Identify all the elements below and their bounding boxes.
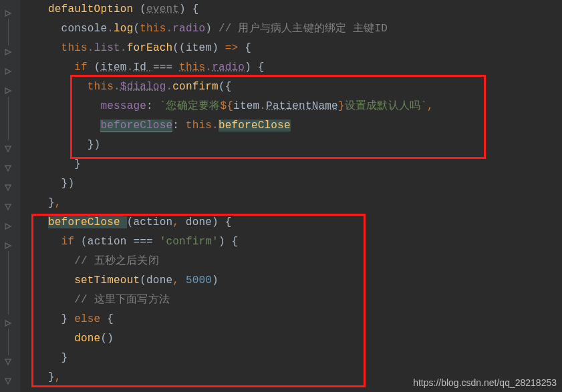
code-line: } else { [20, 310, 562, 329]
code-line: defaultOption (event) { [20, 0, 562, 19]
fold-collapse-icon[interactable] [4, 358, 12, 366]
code-line: done() [20, 329, 562, 349]
code-line: }) [20, 174, 562, 194]
fold-icon[interactable] [4, 67, 12, 75]
fold-collapse-icon[interactable] [4, 377, 12, 385]
fold-icon[interactable] [4, 319, 12, 327]
code-line: }, [20, 194, 562, 213]
code-line: }) [20, 136, 562, 155]
code-line: if (action === 'confirm') { [20, 232, 562, 252]
code-line: console.log(this.radio) // 用户与病人主键的绑定 主键… [20, 19, 562, 39]
code-line: setTimeout(done, 5000) [20, 271, 562, 290]
fold-icon[interactable] [4, 48, 12, 56]
fold-collapse-icon[interactable] [4, 145, 12, 153]
code-line: if (item.Id === this.radio) { [20, 58, 562, 77]
fold-collapse-icon[interactable] [4, 164, 12, 172]
code-editor[interactable]: defaultOption (event) { console.log(this… [20, 0, 562, 392]
code-line: beforeClose (action, done) { [20, 213, 562, 232]
fold-icon[interactable] [4, 222, 12, 230]
code-line: beforeClose: this.beforeClose [20, 116, 562, 136]
editor-gutter [0, 0, 21, 392]
fold-icon[interactable] [4, 9, 12, 17]
code-line: message: `您确定要将${item.PatientName}设置成默认人… [20, 97, 562, 116]
code-line: // 这里下面写方法 [20, 290, 562, 310]
code-line: // 五秒之后关闭 [20, 252, 562, 271]
code-line: } [20, 155, 562, 174]
fold-collapse-icon[interactable] [4, 184, 12, 192]
fold-icon[interactable] [4, 242, 12, 250]
watermark: https://blog.csdn.net/qq_28218253 [413, 377, 557, 388]
code-line: this.$dialog.confirm({ [20, 77, 562, 97]
fold-icon[interactable] [4, 87, 12, 95]
code-line: } [20, 349, 562, 368]
fold-collapse-icon[interactable] [4, 203, 12, 211]
code-line: this.list.forEach((item) => { [20, 39, 562, 58]
